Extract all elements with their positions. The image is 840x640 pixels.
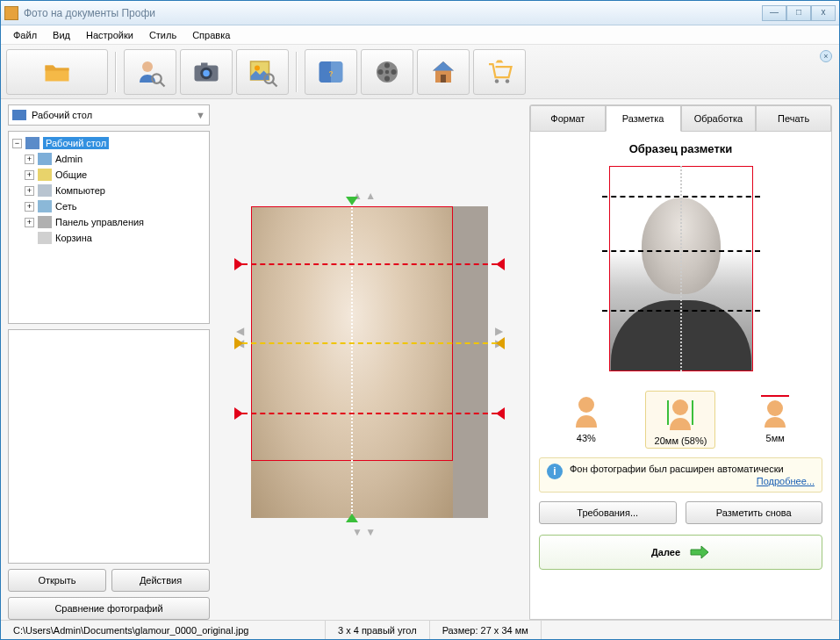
svg-point-16 bbox=[384, 76, 390, 81]
app-icon bbox=[4, 6, 18, 20]
eye-line-guide[interactable] bbox=[242, 342, 497, 344]
measure-head-width[interactable]: 43% bbox=[551, 391, 621, 449]
menu-file[interactable]: Файл bbox=[6, 28, 44, 42]
marker-red-right-icon[interactable] bbox=[496, 258, 505, 270]
actions-button[interactable]: Действия bbox=[111, 569, 210, 592]
head-width-icon bbox=[564, 391, 608, 429]
svg-point-19 bbox=[495, 79, 499, 83]
maximize-button[interactable]: □ bbox=[786, 5, 811, 21]
svg-point-13 bbox=[384, 62, 390, 68]
marker-red-right-2-icon[interactable] bbox=[496, 407, 505, 420]
ic-cpanel-icon bbox=[38, 216, 52, 228]
thumbnail-preview bbox=[8, 329, 210, 564]
tree-item[interactable]: +Admin bbox=[12, 151, 205, 167]
tree-expander-icon[interactable]: + bbox=[25, 218, 34, 227]
tool-home-button[interactable] bbox=[417, 49, 470, 95]
measure-face-height[interactable]: 20мм (58%) bbox=[645, 391, 715, 449]
compare-photos-button[interactable]: Сравнение фотографий bbox=[8, 597, 210, 620]
requirements-button[interactable]: Требования... bbox=[539, 501, 677, 524]
toolbar-separator bbox=[296, 52, 298, 92]
tool-camera-button[interactable] bbox=[180, 49, 233, 95]
sample-chin-guide bbox=[602, 310, 760, 312]
tree-item[interactable]: +Панель управления bbox=[12, 214, 205, 230]
bottom-green-marker-icon[interactable] bbox=[346, 514, 358, 522]
sample-title: Образец разметки bbox=[539, 142, 822, 155]
remark-button[interactable]: Разметить снова bbox=[686, 501, 823, 524]
svg-rect-18 bbox=[441, 75, 446, 83]
marker-yellow-right-icon[interactable] bbox=[496, 337, 505, 349]
marker-red-left-2-icon[interactable] bbox=[234, 407, 243, 420]
top-green-marker-icon[interactable] bbox=[346, 197, 358, 205]
next-button[interactable]: Далее bbox=[539, 535, 822, 570]
marker-red-left-icon[interactable] bbox=[234, 258, 243, 270]
measure-label: 43% bbox=[551, 433, 621, 443]
minimize-button[interactable]: — bbox=[762, 5, 786, 21]
sample-top-guide bbox=[602, 196, 760, 198]
nudge-down-icon[interactable]: ▼ ▼ bbox=[352, 526, 376, 538]
toolbar-separator bbox=[115, 52, 117, 92]
tree-item[interactable]: +Общие bbox=[12, 167, 205, 183]
tool-image-search-button[interactable] bbox=[236, 49, 289, 95]
menu-help[interactable]: Справка bbox=[185, 28, 237, 42]
tool-person-search-button[interactable] bbox=[124, 49, 176, 95]
menu-view[interactable]: Вид bbox=[46, 28, 77, 42]
menu-settings[interactable]: Настройки bbox=[79, 28, 140, 42]
tree-item[interactable]: +Компьютер bbox=[12, 183, 205, 198]
svg-point-25 bbox=[767, 400, 783, 416]
tab-format[interactable]: Формат bbox=[530, 105, 606, 132]
arrow-right-icon bbox=[689, 544, 710, 560]
ic-computer-icon bbox=[38, 184, 52, 197]
monitor-icon bbox=[12, 110, 26, 120]
tab-markup[interactable]: Разметка bbox=[606, 105, 681, 132]
status-size: Размер: 27 x 34 мм bbox=[430, 621, 542, 639]
tree-expander-icon[interactable]: + bbox=[25, 155, 34, 164]
measures-row: 43% 20мм (58%) 5мм bbox=[539, 391, 822, 449]
sample-box bbox=[602, 162, 760, 382]
marker-yellow-left-icon[interactable] bbox=[234, 337, 243, 349]
tree-expander-icon[interactable]: + bbox=[25, 186, 34, 196]
svg-point-5 bbox=[203, 69, 210, 76]
info-box: i Фон фотографии был расширен автоматиче… bbox=[539, 457, 822, 493]
measure-label: 20мм (58%) bbox=[646, 435, 714, 446]
tree-expander-icon[interactable]: + bbox=[25, 202, 34, 212]
ic-trash-icon bbox=[38, 232, 52, 244]
tree-expander-icon[interactable]: + bbox=[25, 170, 34, 180]
tree-item-label: Корзина bbox=[55, 233, 92, 243]
menu-style[interactable]: Стиль bbox=[142, 28, 183, 42]
measure-top-margin[interactable]: 5мм bbox=[740, 391, 810, 449]
editor-area: ◀◀ ▶▶ ▲ ▲ ▼ ▼ bbox=[217, 104, 522, 620]
app-window: Фото на документы Профи — □ x Файл Вид Н… bbox=[0, 0, 840, 640]
svg-point-8 bbox=[255, 65, 260, 70]
tree-item[interactable]: Корзина bbox=[12, 230, 205, 246]
tab-print[interactable]: Печать bbox=[756, 105, 831, 132]
ic-monitor-icon bbox=[25, 137, 39, 149]
titlebar: Фото на документы Профи — □ x bbox=[1, 1, 839, 25]
folder-dropdown[interactable]: Рабочий стол ▼ bbox=[8, 104, 210, 126]
tree-item-label: Рабочий стол bbox=[43, 137, 109, 149]
tool-cart-button[interactable] bbox=[473, 49, 526, 95]
photo-canvas[interactable] bbox=[251, 206, 488, 518]
tool-help-book-button[interactable]: ? bbox=[305, 49, 357, 95]
svg-rect-6 bbox=[201, 62, 208, 67]
chin-guide[interactable] bbox=[242, 413, 497, 414]
toolbar-close-help-icon[interactable]: × bbox=[820, 50, 832, 62]
folder-tree: −Рабочий стол+Admin+Общие+Компьютер+Сеть… bbox=[8, 131, 210, 324]
tree-item[interactable]: +Сеть bbox=[12, 198, 205, 214]
measure-label: 5мм bbox=[740, 433, 810, 443]
statusbar: C:\Users\Admin\Documents\glamour_0000_or… bbox=[1, 620, 839, 639]
close-button[interactable]: x bbox=[811, 5, 836, 21]
vertical-center-guide[interactable] bbox=[351, 198, 353, 514]
tab-processing[interactable]: Обработка bbox=[681, 105, 757, 132]
sample-eye-guide bbox=[602, 250, 760, 252]
tool-open-folder-button[interactable] bbox=[6, 49, 108, 95]
menubar: Файл Вид Настройки Стиль Справка bbox=[1, 25, 839, 45]
tool-film-reel-button[interactable] bbox=[361, 49, 413, 95]
info-more-link[interactable]: Подробнее... bbox=[570, 476, 815, 486]
open-button[interactable]: Открыть bbox=[8, 569, 106, 592]
svg-point-17 bbox=[385, 69, 390, 74]
status-crop: 3 x 4 правый угол bbox=[326, 621, 430, 639]
top-head-guide[interactable] bbox=[242, 263, 497, 265]
tree-expander-icon[interactable]: − bbox=[12, 139, 22, 148]
tree-item[interactable]: −Рабочий стол bbox=[12, 135, 205, 151]
svg-point-20 bbox=[506, 79, 510, 83]
